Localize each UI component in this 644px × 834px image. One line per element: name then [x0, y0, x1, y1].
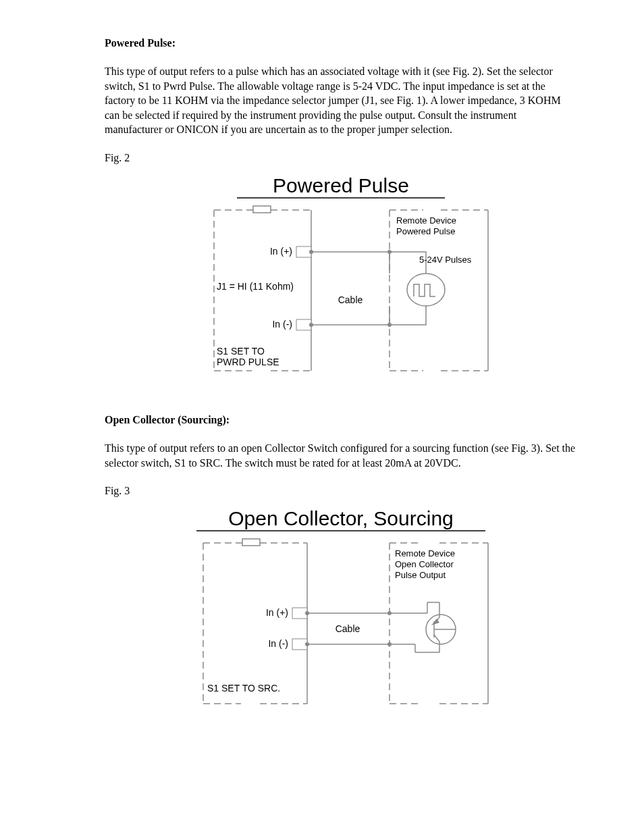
- label-in-minus-3: In (-): [268, 638, 288, 649]
- label-in-plus: In (+): [269, 246, 292, 257]
- svg-rect-19: [292, 608, 307, 619]
- figure-3-title: Open Collector, Sourcing: [228, 507, 454, 529]
- svg-rect-4: [296, 246, 311, 257]
- svg-point-12: [407, 273, 445, 306]
- label-s1-line1: S1 SET TO: [217, 346, 265, 357]
- label-remote-line2: Powered Pulse: [396, 226, 455, 236]
- section-body-open-collector: This type of output refers to an open Co…: [105, 441, 576, 470]
- svg-rect-21: [292, 639, 307, 650]
- label-s1-line2: PWRD PULSE: [217, 357, 279, 367]
- label-cable-3: Cable: [335, 623, 360, 634]
- svg-rect-18: [242, 539, 260, 546]
- transistor-icon: [390, 602, 456, 652]
- label-in-plus-3: In (+): [265, 607, 288, 618]
- svg-rect-6: [296, 319, 311, 330]
- section-heading-open-collector: Open Collector (Sourcing):: [105, 414, 576, 426]
- document-page: Powered Pulse: This type of output refer…: [0, 0, 644, 801]
- label-remote3-line2: Open Collector: [395, 559, 454, 569]
- svg-line-35: [434, 635, 439, 642]
- label-remote-line1: Remote Device: [396, 215, 456, 226]
- svg-marker-32: [431, 619, 439, 625]
- label-pulses: 5-24V Pulses: [419, 255, 472, 265]
- figure-2: Powered Pulse: [105, 168, 576, 391]
- label-s1-3: S1 SET TO SRC.: [207, 683, 280, 694]
- label-remote3-line3: Pulse Output: [395, 570, 446, 580]
- label-in-minus: In (-): [272, 319, 292, 330]
- svg-rect-3: [253, 206, 271, 213]
- label-j1: J1 = HI (11 Kohm): [217, 281, 294, 292]
- section-body-powered-pulse: This type of output refers to a pulse wh…: [105, 64, 576, 137]
- figure-3: Open Collector, Sourcing: [105, 501, 576, 724]
- label-cable: Cable: [338, 294, 363, 305]
- figure-2-title: Powered Pulse: [273, 174, 409, 197]
- figure-label-2: Fig. 2: [105, 152, 576, 164]
- figure-label-3: Fig. 3: [105, 485, 576, 497]
- label-remote3-line1: Remote Device: [395, 548, 455, 558]
- section-heading-powered-pulse: Powered Pulse:: [105, 37, 576, 49]
